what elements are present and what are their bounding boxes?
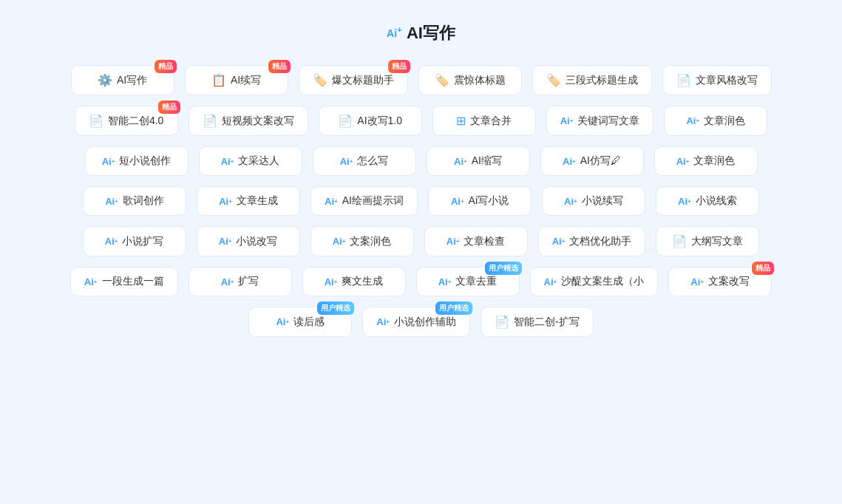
ai-icon: Ai+ [686, 115, 699, 126]
doc-icon: 📄 [203, 114, 217, 128]
ai-icon: Ai+ [544, 276, 557, 287]
btn-label-ai-drawing-prompt: AI绘画提示词 [342, 194, 404, 208]
btn-label-article-merge: 文章合并 [470, 115, 512, 128]
ai-icon: Ai+ [690, 276, 704, 287]
ai-icon: Ai+ [451, 196, 464, 207]
btn-label-article-polish2: 文章润色 [693, 154, 735, 168]
tool-btn-novel-continue[interactable]: Ai+小说续写 [542, 186, 645, 216]
gear-icon: ⚙️ [98, 73, 112, 87]
tool-btn-short-novel[interactable]: Ai+短小说创作 [85, 146, 189, 176]
ai-icon: Ai+ [325, 276, 338, 287]
tool-btn-sha-copy-gen[interactable]: Ai+沙醍文案生成（小 [530, 267, 659, 296]
ai-icon: Ai+ [221, 156, 234, 167]
grid-row-6: 用户精选Ai+读后感用户精选Ai+小说创作辅助📄智能二创-扩写 [30, 307, 812, 337]
grid-row-0: 精品⚙️AI写作精品📋AI续写精品🏷️爆文标题助手🏷️震惊体标题🏷️三段式标题生… [30, 65, 812, 95]
tool-btn-ai-rewrite[interactable]: 📄AI改写1.0 [319, 106, 422, 136]
tool-btn-short-video-copy[interactable]: 📄短视频文案改写 [189, 106, 308, 136]
badge-reading-notes: 用户精选 [317, 302, 354, 315]
btn-label-short-novel: 短小说创作 [119, 154, 171, 168]
tool-btn-article-polish2[interactable]: Ai+文章润色 [654, 146, 758, 176]
tool-btn-fresh-gen[interactable]: Ai+爽文生成 [302, 267, 406, 296]
btn-label-reading-notes: 读后感 [293, 316, 325, 329]
title-text: AI写作 [407, 22, 455, 44]
btn-label-three-para-title: 三段式标题生成 [566, 74, 638, 87]
ai-icon: Ai+ [560, 115, 574, 126]
badge-ai-continue: 精品 [268, 60, 291, 73]
tool-btn-ai-continue[interactable]: 精品📋AI续写 [185, 65, 288, 95]
tool-btn-reading-notes[interactable]: 用户精选Ai+读后感 [248, 307, 352, 337]
tool-btn-headline-helper[interactable]: 精品🏷️爆文标题助手 [299, 65, 408, 95]
btn-label-short-video-copy: 短视频文案改写 [222, 115, 294, 128]
ai-logo: Ai+ [387, 24, 402, 39]
tool-btn-novel-assist[interactable]: 用户精选Ai+小说创作辅助 [362, 307, 470, 337]
tag2-icon: 🏷️ [435, 73, 449, 87]
tool-btn-writing-style[interactable]: Ai+文采达人 [199, 146, 302, 176]
ai-icon: Ai+ [105, 196, 118, 207]
btn-label-writing-style: 文采达人 [238, 154, 279, 168]
tool-btn-ai-writing[interactable]: 精品⚙️AI写作 [71, 65, 174, 95]
tool-btn-copy-rewrite[interactable]: 精品Ai+文案改写 [668, 267, 772, 296]
tool-btn-expand[interactable]: Ai+扩写 [189, 267, 292, 296]
tool-btn-shocking-title[interactable]: 🏷️震惊体标题 [418, 65, 522, 95]
btn-label-one-para: 一段生成一篇 [102, 275, 164, 288]
tool-btn-one-para[interactable]: Ai+一段生成一篇 [70, 267, 178, 296]
btn-label-novel-expand: 小说扩写 [122, 235, 163, 248]
badge-smart-recreate: 精品 [158, 101, 180, 114]
smart-icon: 📄 [495, 315, 509, 329]
ai-icon: Ai+ [676, 156, 690, 167]
badge-headline-helper: 精品 [388, 60, 410, 73]
btn-label-headline-helper: 爆文标题助手 [332, 74, 394, 87]
tool-btn-outline-article[interactable]: 📄大纲写文章 [656, 226, 759, 256]
grid-row-4: Ai+小说扩写Ai+小说改写Ai+文案润色Ai+文章检查Ai+文档优化助手📄大纲… [30, 226, 812, 256]
tag-icon: 🏷️ [313, 73, 327, 87]
btn-label-keyword-article: 关键词写文章 [577, 115, 639, 128]
btn-label-novel-clues: 小说线索 [696, 194, 737, 208]
badge-novel-assist: 用户精选 [435, 302, 472, 315]
btn-label-ai-writing: AI写作 [117, 74, 147, 87]
tool-btn-smart-expand[interactable]: 📄智能二创-扩写 [481, 307, 594, 337]
tool-btn-copy-polish[interactable]: Ai+文案润色 [310, 226, 414, 256]
tool-btn-novel-clues[interactable]: Ai+小说线索 [656, 186, 759, 216]
tool-btn-three-para-title[interactable]: 🏷️三段式标题生成 [532, 65, 652, 95]
tool-btn-smart-recreate[interactable]: 精品📄智能二创4.0 [75, 106, 178, 136]
ai-icon: Ai+ [563, 156, 576, 167]
tool-btn-article-gen[interactable]: Ai+文章生成 [197, 186, 300, 216]
tool-btn-how-to-write[interactable]: Ai+怎么写 [313, 146, 416, 176]
tool-btn-novel-expand[interactable]: Ai+小说扩写 [83, 226, 186, 256]
tool-btn-article-style[interactable]: 📄文章风格改写 [662, 65, 772, 95]
tool-btn-ai-shorten[interactable]: Ai+AI缩写 [427, 146, 530, 176]
btn-label-ai-shorten: AI缩写 [472, 154, 502, 168]
btn-label-article-dedup: 文章去重 [455, 275, 497, 288]
btn-label-smart-recreate: 智能二创4.0 [108, 115, 163, 128]
grid-row-1: 精品📄智能二创4.0📄短视频文案改写📄AI改写1.0⊞文章合并Ai+关键词写文章… [30, 106, 812, 136]
outline-icon: 📄 [672, 234, 687, 248]
tool-btn-article-polish1[interactable]: Ai+文章润色 [664, 106, 767, 136]
tool-btn-article-merge[interactable]: ⊞文章合并 [432, 106, 536, 136]
ai-icon: Ai+ [219, 196, 232, 207]
btn-label-lyrics: 歌词创作 [123, 194, 164, 208]
tool-btn-doc-optimize[interactable]: Ai+文档优化助手 [538, 226, 646, 256]
doc-icon: 📄 [676, 73, 691, 87]
ai-icon: Ai+ [219, 236, 232, 247]
doc-icon: 📄 [338, 114, 353, 128]
btn-label-copy-polish: 文案润色 [350, 235, 391, 248]
tool-btn-article-dedup[interactable]: 用户精选Ai+文章去重 [416, 267, 520, 296]
ai-icon: Ai+ [276, 316, 289, 327]
btn-label-ai-rewrite: AI改写1.0 [357, 115, 402, 128]
btn-label-ai-write-novel: Ai写小说 [469, 194, 509, 208]
btn-label-article-check: 文章检查 [464, 235, 505, 248]
tool-btn-ai-imitate[interactable]: Ai+AI仿写🖊 [540, 146, 644, 176]
tool-btn-ai-write-novel[interactable]: Ai+Ai写小说 [428, 186, 532, 216]
tool-btn-lyrics[interactable]: Ai+歌词创作 [83, 186, 186, 216]
btn-label-doc-optimize: 文档优化助手 [569, 235, 631, 248]
doc-icon: 📄 [89, 114, 103, 128]
tool-btn-article-check[interactable]: Ai+文章检查 [424, 226, 528, 256]
btn-label-expand: 扩写 [238, 275, 259, 288]
btn-label-copy-rewrite: 文案改写 [708, 275, 750, 288]
btn-label-ai-imitate: AI仿写🖊 [580, 154, 621, 168]
grid-row-5: Ai+一段生成一篇Ai+扩写Ai+爽文生成用户精选Ai+文章去重Ai+沙醍文案生… [30, 267, 812, 296]
tool-btn-keyword-article[interactable]: Ai+关键词写文章 [546, 106, 654, 136]
tool-btn-ai-drawing-prompt[interactable]: Ai+AI绘画提示词 [310, 186, 418, 216]
tool-btn-novel-rewrite[interactable]: Ai+小说改写 [197, 226, 300, 256]
ai-icon: Ai+ [447, 236, 460, 247]
